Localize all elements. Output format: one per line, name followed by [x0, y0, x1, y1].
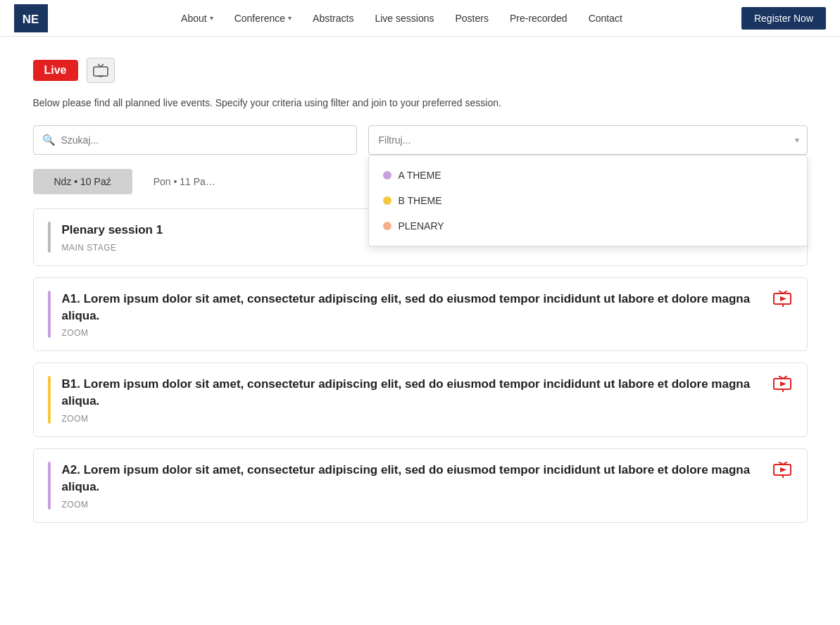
tv-red-icon-3 [773, 462, 793, 479]
day-tab-0[interactable]: Ndz • 10 Paź [33, 169, 132, 194]
dot-plenary [383, 222, 391, 230]
filter-option-b-theme[interactable]: B THEME [369, 188, 807, 213]
site-logo[interactable]: NE [14, 4, 48, 32]
navbar: NE About ▾ Conference ▾ Abstracts Live s… [0, 0, 840, 37]
filter-input[interactable] [368, 125, 808, 155]
session-border-0 [48, 222, 51, 253]
session-subtitle-2: ZOOM [62, 414, 762, 424]
session-border-1 [48, 291, 51, 339]
search-icon: 🔍 [42, 134, 56, 146]
session-card-1: A1. Lorem ipsum dolor sit amet, consecte… [33, 277, 808, 352]
main-content: Live Below please find all planned live … [19, 37, 822, 555]
svg-text:NE: NE [23, 12, 39, 25]
filter-option-b-theme-label: B THEME [399, 195, 442, 206]
register-button[interactable]: Register Now [741, 7, 826, 30]
session-subtitle-3: ZOOM [62, 500, 762, 510]
session-border-2 [48, 376, 51, 424]
filter-dropdown-container: ▾ A THEME B THEME PLENARY [368, 125, 808, 155]
live-badge: Live [33, 60, 78, 81]
nav-item-posters[interactable]: Posters [446, 8, 496, 28]
session-title-3: A2. Lorem ipsum dolor sit amet, consecte… [62, 462, 762, 495]
nav-item-conference[interactable]: Conference ▾ [226, 8, 300, 28]
filter-row: 🔍 ▾ A THEME B THEME PLENARY [33, 125, 808, 155]
svg-rect-1 [94, 67, 108, 76]
tv-icon [93, 63, 108, 77]
conference-chevron-icon: ▾ [288, 14, 292, 22]
nav-item-contact[interactable]: Contact [580, 8, 631, 28]
dot-b-theme [383, 196, 391, 205]
tv-icon-button[interactable] [87, 58, 115, 83]
session-icon-3[interactable] [773, 462, 793, 479]
live-header: Live [33, 58, 808, 83]
session-icon-2[interactable] [773, 376, 793, 393]
session-card-3: A2. Lorem ipsum dolor sit amet, consecte… [33, 448, 808, 523]
session-icon-1[interactable] [773, 291, 793, 308]
svg-marker-11 [780, 296, 786, 301]
filter-dropdown-menu: A THEME B THEME PLENARY [368, 155, 808, 246]
session-content-1: A1. Lorem ipsum dolor sit amet, consecte… [62, 291, 762, 339]
session-subtitle-1: ZOOM [62, 328, 762, 338]
session-card-2: B1. Lorem ipsum dolor sit amet, consecte… [33, 362, 808, 437]
tv-red-icon-2 [773, 376, 793, 393]
filter-option-a-theme[interactable]: A THEME [369, 163, 807, 188]
filter-option-a-theme-label: A THEME [399, 170, 441, 181]
tv-red-icon-1 [773, 291, 793, 308]
search-input[interactable] [61, 134, 348, 146]
dot-a-theme [383, 171, 391, 179]
nav-menu: About ▾ Conference ▾ Abstracts Live sess… [62, 8, 741, 28]
day-tab-1[interactable]: Pon • 11 Pa… [132, 169, 237, 194]
session-content-2: B1. Lorem ipsum dolor sit amet, consecte… [62, 376, 762, 424]
description-text: Below please find all planned live event… [33, 97, 808, 108]
filter-option-plenary-label: PLENARY [399, 220, 444, 232]
nav-item-abstracts[interactable]: Abstracts [304, 8, 362, 28]
search-box: 🔍 [33, 125, 357, 155]
session-title-2: B1. Lorem ipsum dolor sit amet, consecte… [62, 376, 762, 410]
nav-item-live-sessions[interactable]: Live sessions [366, 8, 442, 28]
nav-item-prerecorded[interactable]: Pre-recorded [501, 8, 576, 28]
svg-marker-19 [780, 467, 786, 472]
svg-marker-15 [780, 381, 786, 386]
session-content-3: A2. Lorem ipsum dolor sit amet, consecte… [62, 462, 762, 510]
session-title-1: A1. Lorem ipsum dolor sit amet, consecte… [62, 291, 762, 324]
session-border-3 [48, 462, 51, 510]
nav-item-about[interactable]: About ▾ [173, 8, 222, 28]
about-chevron-icon: ▾ [210, 14, 213, 22]
filter-option-plenary[interactable]: PLENARY [369, 213, 807, 239]
